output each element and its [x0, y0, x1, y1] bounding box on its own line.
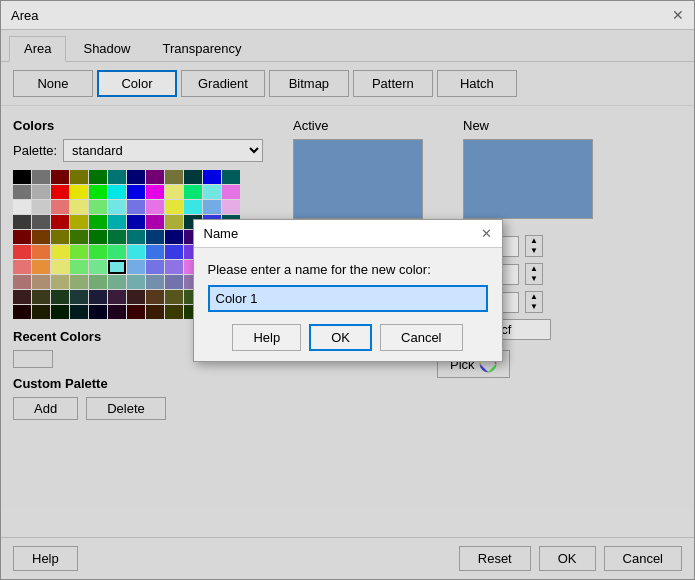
modal-close-button[interactable]: ✕ [481, 226, 492, 241]
modal-overlay: Name ✕ Please enter a name for the new c… [0, 0, 695, 580]
modal-body: Please enter a name for the new color: H… [194, 248, 502, 361]
modal-input[interactable] [208, 285, 488, 312]
modal-help-button[interactable]: Help [232, 324, 301, 351]
modal-title-bar: Name ✕ [194, 220, 502, 248]
modal-ok-button[interactable]: OK [309, 324, 372, 351]
modal-cancel-button[interactable]: Cancel [380, 324, 462, 351]
modal-title: Name [204, 226, 239, 241]
modal-prompt: Please enter a name for the new color: [208, 262, 488, 277]
name-modal: Name ✕ Please enter a name for the new c… [193, 219, 503, 362]
modal-buttons: Help OK Cancel [208, 324, 488, 351]
